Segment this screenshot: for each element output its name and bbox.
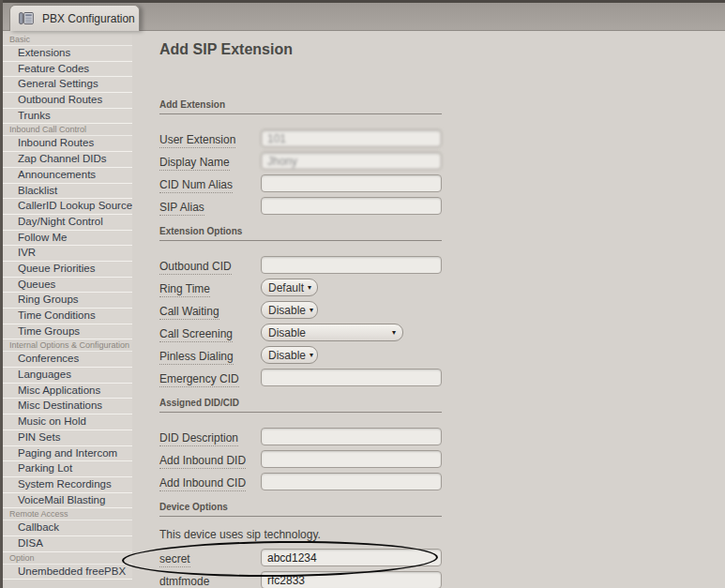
outbound-cid-input[interactable]	[261, 256, 442, 274]
sidebar-section-option: Option	[3, 552, 132, 565]
select-value: Default	[268, 281, 304, 294]
form-row-user-extension: User Extension	[159, 129, 442, 147]
sidebar-item-time-groups[interactable]: Time Groups	[3, 324, 132, 340]
sidebar-item-trunks[interactable]: Trunks	[3, 109, 132, 125]
section-title: Add Extension	[159, 99, 442, 111]
sidebar-item-languages[interactable]: Languages	[3, 368, 132, 384]
sidebar-item-queues[interactable]: Queues	[3, 278, 132, 294]
section-rows: User ExtensionDisplay NameCID Num AliasS…	[159, 114, 442, 215]
section-assigned-did-cid: Assigned DID/CIDDID DescriptionAdd Inbou…	[159, 398, 442, 490]
form-row-display-name: Display Name	[159, 152, 442, 170]
sidebar-item-queue-priorities[interactable]: Queue Priorities	[3, 262, 132, 278]
form-row-dtmfmode: dtmfmode	[159, 571, 442, 588]
sidebar-item-pin-sets[interactable]: PIN Sets	[3, 430, 132, 446]
sidebar-item-system-recordings[interactable]: System Recordings	[3, 477, 132, 493]
sidebar-item-disa[interactable]: DISA	[3, 536, 132, 552]
call-screening-select[interactable]: Disable▾	[261, 324, 403, 341]
ring-time-label: Ring Time	[159, 282, 210, 297]
cid-num-alias-label: CID Num Alias	[159, 178, 233, 193]
display-name-label: Display Name	[159, 156, 230, 171]
field-label-cell: User Extension	[159, 130, 261, 147]
sidebar: BasicExtensionsFeature CodesGeneral Sett…	[3, 34, 132, 580]
field-label-cell: Pinless Dialing	[159, 347, 261, 364]
sidebar-item-blacklist[interactable]: Blacklist	[3, 184, 132, 200]
dtmfmode-input[interactable]	[261, 571, 442, 588]
sidebar-item-ring-groups[interactable]: Ring Groups	[3, 293, 132, 309]
field-label-cell: Call Screening	[159, 324, 261, 341]
sidebar-item-callback[interactable]: Callback	[3, 520, 132, 536]
device-technology-note: This device uses sip technology.	[159, 528, 442, 541]
phone-icon	[19, 11, 34, 25]
section-add-extension: Add ExtensionUser ExtensionDisplay NameC…	[159, 99, 442, 215]
ring-time-select[interactable]: Default▾	[261, 279, 318, 296]
field-label-cell: DID Description	[159, 429, 261, 445]
sidebar-item-misc-applications[interactable]: Misc Applications	[3, 384, 132, 400]
field-label-cell: Emergency CID	[159, 369, 261, 386]
secret-label: secret	[159, 552, 190, 567]
sip-alias-input[interactable]	[261, 197, 442, 215]
section-title: Device Options	[159, 502, 442, 513]
form-row-pinless-dialing: Pinless DialingDisable▾	[159, 346, 442, 364]
sidebar-item-outbound-routes[interactable]: Outbound Routes	[3, 93, 132, 109]
emergency-cid-input[interactable]	[261, 369, 442, 386]
sidebar-item-day-night-control[interactable]: Day/Night Control	[3, 215, 132, 231]
section-divider	[159, 516, 442, 517]
section-rows: secretdtmfmode	[159, 549, 442, 588]
field-label-cell: Add Inbound CID	[159, 474, 261, 490]
cid-num-alias-input[interactable]	[261, 174, 442, 192]
form-row-call-screening: Call ScreeningDisable▾	[159, 324, 442, 341]
select-value: Disable	[268, 326, 306, 339]
dtmfmode-label: dtmfmode	[159, 575, 209, 588]
select-value: Disable	[268, 349, 306, 362]
sidebar-item-time-conditions[interactable]: Time Conditions	[3, 309, 132, 324]
sidebar-item-voicemail-blasting[interactable]: VoiceMail Blasting	[3, 493, 132, 509]
sidebar-item-unembedded-freepbx[interactable]: Unembedded freePBX	[3, 565, 132, 580]
sidebar-item-misc-destinations[interactable]: Misc Destinations	[3, 399, 132, 415]
field-label-cell: Call Waiting	[159, 302, 261, 319]
add-inbound-cid-label: Add Inbound CID	[159, 476, 246, 491]
main-content: Add SIP Extension Add ExtensionUser Exte…	[159, 41, 442, 588]
form-row-cid-num-alias: CID Num Alias	[159, 174, 442, 192]
sidebar-item-feature-codes[interactable]: Feature Codes	[3, 62, 132, 78]
section-device-options: Device OptionsThis device uses sip techn…	[159, 502, 442, 588]
sidebar-item-paging-and-intercom[interactable]: Paging and Intercom	[3, 446, 132, 462]
sidebar-item-parking-lot[interactable]: Parking Lot	[3, 461, 132, 477]
call-screening-label: Call Screening	[159, 327, 233, 342]
sidebar-section-inbound-call-control: Inbound Call Control	[3, 124, 132, 136]
add-inbound-cid-input[interactable]	[261, 473, 442, 490]
outbound-cid-label: Outbound CID	[159, 260, 232, 275]
tab-label: PBX Configuration	[42, 12, 135, 25]
secret-input[interactable]	[261, 549, 442, 566]
section-rows: DID DescriptionAdd Inbound DIDAdd Inboun…	[159, 413, 442, 490]
add-inbound-did-label: Add Inbound DID	[159, 454, 246, 469]
form-row-did-description: DID Description	[159, 428, 442, 445]
sidebar-section-remote-access: Remote Access	[3, 508, 132, 520]
form-row-ring-time: Ring TimeDefault▾	[159, 279, 442, 296]
chevron-down-icon: ▾	[310, 306, 313, 314]
section-extension-options: Extension OptionsOutbound CIDRing TimeDe…	[159, 226, 442, 386]
pinless-dialing-select[interactable]: Disable▾	[261, 346, 318, 364]
sidebar-item-inbound-routes[interactable]: Inbound Routes	[3, 136, 132, 152]
field-label-cell: Ring Time	[159, 279, 261, 296]
add-inbound-did-input[interactable]	[261, 450, 442, 468]
sidebar-item-conferences[interactable]: Conferences	[3, 352, 132, 368]
sidebar-item-music-on-hold[interactable]: Music on Hold	[3, 415, 132, 430]
page-title: Add SIP Extension	[159, 41, 442, 58]
user-extension-input[interactable]	[261, 129, 442, 147]
emergency-cid-label: Emergency CID	[159, 372, 239, 387]
call-waiting-select[interactable]: Disable▾	[261, 301, 318, 319]
sidebar-item-announcements[interactable]: Announcements	[3, 168, 132, 184]
did-description-label: DID Description	[159, 431, 238, 446]
sidebar-item-general-settings[interactable]: General Settings	[3, 77, 132, 93]
sidebar-item-follow-me[interactable]: Follow Me	[3, 231, 132, 247]
sidebar-item-zap-channel-dids[interactable]: Zap Channel DIDs	[3, 152, 132, 168]
sidebar-item-extensions[interactable]: Extensions	[3, 46, 132, 62]
field-label-cell: Add Inbound DID	[159, 451, 261, 468]
tab-pbx-configuration[interactable]: PBX Configuration	[9, 5, 140, 31]
form-row-secret: secret	[159, 549, 442, 566]
form-row-sip-alias: SIP Alias	[159, 197, 442, 215]
sidebar-item-ivr[interactable]: IVR	[3, 246, 132, 262]
sidebar-item-callerid-lookup-sources[interactable]: CallerID Lookup Sources	[3, 199, 132, 215]
display-name-input[interactable]	[261, 152, 442, 170]
did-description-input[interactable]	[261, 428, 442, 445]
